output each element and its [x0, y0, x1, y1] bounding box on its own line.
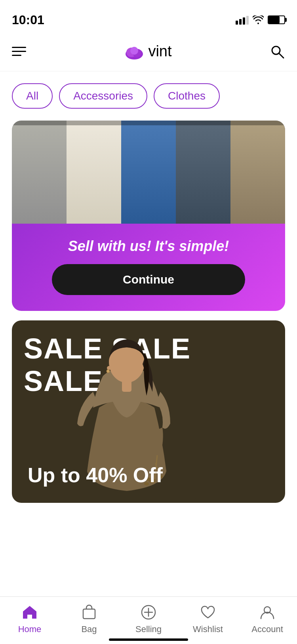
nav-home-label: Home — [18, 624, 42, 634]
battery-icon — [268, 15, 285, 24]
selling-icon — [139, 603, 158, 622]
wishlist-icon — [198, 603, 217, 622]
continue-button[interactable]: Continue — [52, 264, 245, 295]
category-filters: All Accessories Clothes — [0, 71, 297, 117]
status-bar: 10:01 — [0, 0, 297, 32]
nav-wishlist[interactable]: Wishlist — [178, 603, 238, 634]
logo-cloud-icon — [124, 44, 145, 59]
logo: vint — [124, 43, 171, 60]
svg-line-5 — [279, 54, 284, 58]
nav-account-label: Account — [251, 624, 283, 634]
sell-title: Sell with us! It's simple! — [68, 238, 229, 255]
sale-discount: Up to 40% Off — [28, 463, 163, 487]
nav-home[interactable]: Home — [0, 603, 59, 634]
nav-bag[interactable]: Bag — [59, 603, 119, 634]
nav-selling[interactable]: Selling — [119, 603, 178, 634]
home-indicator — [109, 638, 188, 641]
sale-banner: SALE SALE SALE Up t — [12, 320, 285, 503]
account-icon — [258, 603, 277, 622]
category-all-button[interactable]: All — [12, 83, 53, 109]
clothes-image — [12, 121, 285, 224]
header: vint — [0, 32, 297, 71]
logo-text: vint — [148, 43, 171, 60]
svg-point-17 — [107, 366, 111, 370]
home-icon — [20, 603, 39, 622]
svg-point-3 — [130, 47, 138, 55]
sell-content: Sell with us! It's simple! Continue — [12, 224, 285, 311]
nav-wishlist-label: Wishlist — [193, 624, 223, 634]
category-clothes-button[interactable]: Clothes — [154, 83, 220, 109]
signal-icon — [236, 15, 249, 25]
nav-account[interactable]: Account — [238, 603, 297, 634]
svg-rect-19 — [122, 380, 131, 392]
status-time: 10:01 — [12, 13, 44, 27]
category-accessories-button[interactable]: Accessories — [59, 83, 147, 109]
menu-button[interactable] — [12, 47, 26, 56]
svg-rect-20 — [83, 609, 95, 619]
sell-banner: Sell with us! It's simple! Continue — [12, 121, 285, 311]
bottom-nav: Home Bag Selling Wishlist — [0, 596, 297, 644]
wifi-icon — [253, 15, 264, 24]
svg-point-18 — [107, 370, 110, 373]
bag-icon — [80, 603, 99, 622]
status-icons — [236, 15, 285, 25]
nav-bag-label: Bag — [81, 624, 97, 634]
search-button[interactable] — [269, 44, 285, 59]
nav-selling-label: Selling — [135, 624, 162, 634]
